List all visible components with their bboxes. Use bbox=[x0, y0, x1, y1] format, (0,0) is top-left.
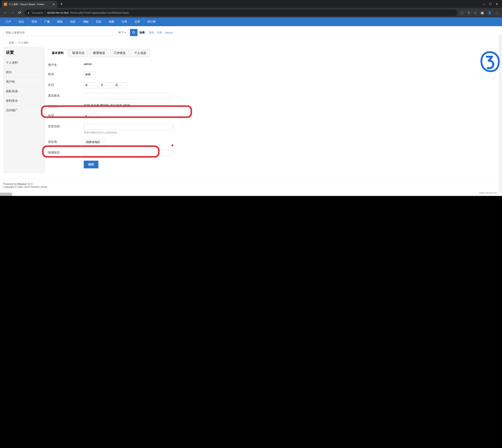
tab-contact[interactable]: 联系方式 bbox=[69, 49, 88, 57]
annotation-number-3 bbox=[478, 50, 502, 74]
breadcrumb-profile[interactable]: 个人资料 bbox=[18, 41, 28, 45]
hot-link-1[interactable]: 活动 bbox=[149, 31, 154, 34]
top-nav: 门户 论坛 导读 广播 群组 动态 淘帖 日志 相册 分享 记录 排行榜 bbox=[0, 17, 502, 26]
menu-icon[interactable]: ⋮ bbox=[495, 10, 500, 16]
url-host: dzx34-rtm-cn.test bbox=[47, 11, 69, 14]
sidebar-item-privacy[interactable]: 隐私筛选 bbox=[3, 87, 45, 96]
breadcrumb-settings[interactable]: 设置 bbox=[9, 41, 14, 45]
horizontal-scrollbar[interactable] bbox=[0, 193, 12, 196]
nav-activity[interactable]: 动态 bbox=[67, 17, 79, 26]
chevron-down-icon: ﹀ bbox=[92, 73, 94, 76]
sidebar-item-password[interactable]: 密码安全 bbox=[3, 96, 45, 106]
hot-link-3[interactable]: discuz bbox=[165, 31, 173, 34]
svg-line-1 bbox=[134, 33, 135, 34]
maximize-button[interactable]: ☐ bbox=[489, 2, 492, 6]
browser-tab[interactable]: 个人资料 - Discuz! Board - Power × bbox=[1, 1, 57, 8]
search-type-select[interactable]: 帖子▾ bbox=[116, 29, 128, 36]
extensions-icon[interactable]: ▣ bbox=[480, 10, 485, 16]
nav-taotie[interactable]: 淘帖 bbox=[79, 17, 92, 26]
copyright: Copyright © 2001-2023 Tencent Cloud. bbox=[3, 185, 499, 188]
tab-close-icon[interactable]: × bbox=[52, 2, 55, 7]
save-button[interactable]: 保存 bbox=[84, 161, 99, 168]
username-label: 用户名 bbox=[48, 62, 84, 67]
sidebar-item-promotion[interactable]: 访问推广 bbox=[3, 106, 45, 115]
nav-album[interactable]: 相册 bbox=[105, 17, 118, 26]
chevron-down-icon: ﹀ bbox=[120, 84, 122, 87]
search-icon bbox=[132, 31, 135, 34]
tab-favicon bbox=[4, 3, 7, 6]
minimize-button[interactable]: — bbox=[482, 2, 485, 6]
nav-group[interactable]: 群组 bbox=[53, 17, 67, 26]
modify-birthplace-link[interactable]: (修改) bbox=[123, 104, 131, 107]
home-icon[interactable]: ⌂ bbox=[3, 41, 5, 44]
url-path: /home.php?mod=spacecp&ac=profile&op=base bbox=[70, 11, 129, 14]
tab-personal[interactable]: 个人信息 bbox=[131, 49, 150, 57]
nav-share[interactable]: 分享 bbox=[118, 17, 131, 26]
sidebar-item-profile[interactable]: 个人资料 bbox=[3, 58, 45, 68]
tab-title: 个人资料 - Discuz! Board - Power bbox=[9, 3, 51, 6]
product-name[interactable]: Discuz! bbox=[17, 182, 27, 185]
username-value: admin bbox=[84, 62, 496, 66]
chevron-down-icon: ﹀ bbox=[105, 84, 107, 87]
security-warning-text: ไม่ปลอดภัย bbox=[32, 11, 43, 15]
day-select[interactable]: 日﹀ bbox=[114, 82, 127, 88]
friend-input[interactable] bbox=[84, 124, 173, 130]
profile-icon[interactable]: 👤 bbox=[487, 10, 492, 16]
realname-label: 真实姓名 bbox=[48, 93, 84, 97]
month-select[interactable]: 月﹀ bbox=[99, 82, 112, 88]
new-tab-button[interactable]: + bbox=[59, 2, 64, 6]
nav-portal[interactable]: 门户 bbox=[2, 17, 15, 26]
tab-work[interactable]: 工作情况 bbox=[110, 49, 129, 57]
annotation-red-dot bbox=[171, 144, 173, 146]
nav-broadcast[interactable]: 广播 bbox=[41, 17, 53, 26]
footer: Powered by Discuz! X3.5 Copyright © 2001… bbox=[0, 179, 502, 192]
tab-education[interactable]: 教育情况 bbox=[89, 49, 109, 57]
gender-select[interactable]: 保密﹀ bbox=[84, 72, 96, 78]
gender-label: 性别 bbox=[48, 72, 84, 76]
realname-input[interactable] bbox=[84, 93, 173, 99]
blood-label: 血型 bbox=[48, 113, 84, 118]
url-bar[interactable]: ▲ ไม่ปลอดภัย | dzx34-rtm-cn.test/home.ph… bbox=[24, 10, 457, 16]
nav-ranking[interactable]: 排行榜 bbox=[144, 17, 159, 26]
nav-forum[interactable]: 论坛 bbox=[15, 17, 28, 26]
emotion-label: 情感状态 bbox=[48, 150, 84, 155]
year-select[interactable]: 年﹀ bbox=[84, 82, 98, 88]
friend-label: 交友目的 bbox=[48, 124, 84, 128]
birthplace-value: 中国 北京市 西城区 月坛街道 bbox=[84, 104, 123, 107]
reload-button[interactable]: ⟳ bbox=[17, 10, 22, 16]
search-button[interactable] bbox=[130, 29, 137, 36]
sidebar-item-usergroup[interactable]: 用户组 bbox=[3, 77, 45, 87]
breadcrumb: ⌂ › 设置 › 个人资料 bbox=[0, 39, 502, 47]
chevron-down-icon: ﹀ bbox=[89, 84, 91, 87]
close-window-button[interactable]: ✕ bbox=[496, 2, 498, 6]
hot-search-label: 热搜: bbox=[139, 31, 145, 34]
share-icon[interactable]: ⇪ bbox=[467, 10, 471, 16]
birthplace-label: 出生地 bbox=[48, 104, 84, 108]
forward-button[interactable]: → bbox=[10, 10, 15, 16]
chevron-down-icon: ﹀ bbox=[88, 115, 90, 117]
nav-blog[interactable]: 日志 bbox=[92, 17, 105, 26]
friend-hint: 希望在网站找到什么样的朋友 bbox=[84, 131, 496, 134]
birthday-label: 生日 bbox=[48, 82, 84, 87]
nav-record[interactable]: 记录 bbox=[131, 17, 144, 26]
watermark: addon.dismall.com bbox=[479, 192, 497, 194]
hot-link-2[interactable]: 交友 bbox=[157, 31, 162, 34]
security-warning-icon[interactable]: ▲ bbox=[27, 11, 30, 14]
emotion-input[interactable] bbox=[84, 150, 173, 156]
residence-select[interactable]: -国家或地区-﹀ bbox=[84, 139, 106, 145]
sidebar-item-credits[interactable]: 积分 bbox=[3, 68, 45, 77]
residence-label: 居住地 bbox=[48, 139, 84, 144]
svg-point-0 bbox=[133, 31, 134, 33]
tab-basic-info[interactable]: 基本资料 bbox=[48, 49, 67, 57]
search-input[interactable] bbox=[3, 29, 114, 36]
sidebar-title: 设置 bbox=[3, 47, 45, 58]
chevron-down-icon: ﹀ bbox=[102, 141, 104, 144]
sidebar: 设置 个人资料 积分 用户组 隐私筛选 密码安全 访问推广 bbox=[3, 47, 45, 173]
bookmark-icon[interactable]: ☆ bbox=[473, 10, 478, 16]
translate-icon[interactable]: ⬚ bbox=[460, 10, 464, 16]
nav-guide[interactable]: 导读 bbox=[28, 17, 41, 26]
blood-select[interactable]: A﹀ bbox=[84, 113, 98, 119]
back-button[interactable]: ← bbox=[2, 10, 8, 16]
